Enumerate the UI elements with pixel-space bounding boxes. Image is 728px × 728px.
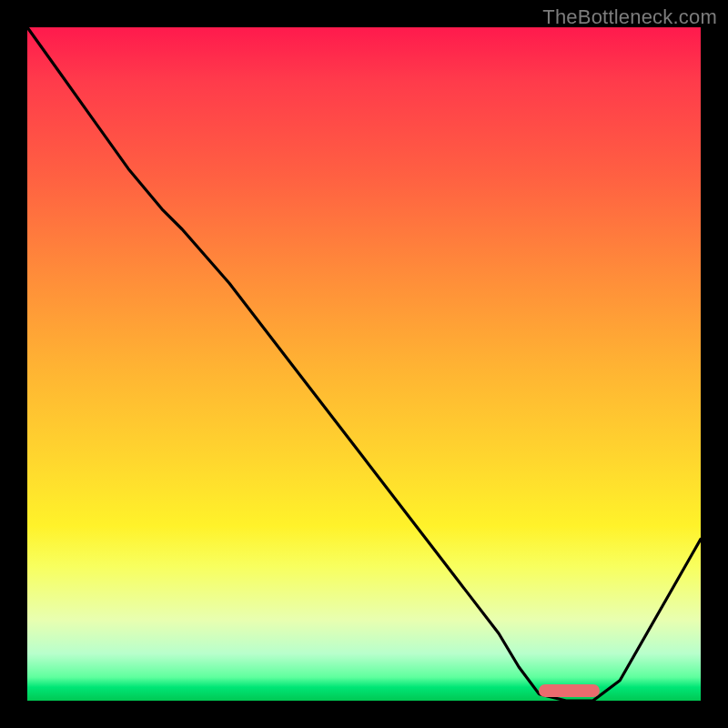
watermark-text: TheBottleneck.com — [542, 5, 717, 29]
optimal-range-marker — [539, 684, 600, 697]
chart-frame: TheBottleneck.com — [0, 0, 728, 728]
bottleneck-curve-path — [27, 27, 701, 701]
plot-area — [27, 27, 701, 701]
curve-svg — [27, 27, 701, 701]
